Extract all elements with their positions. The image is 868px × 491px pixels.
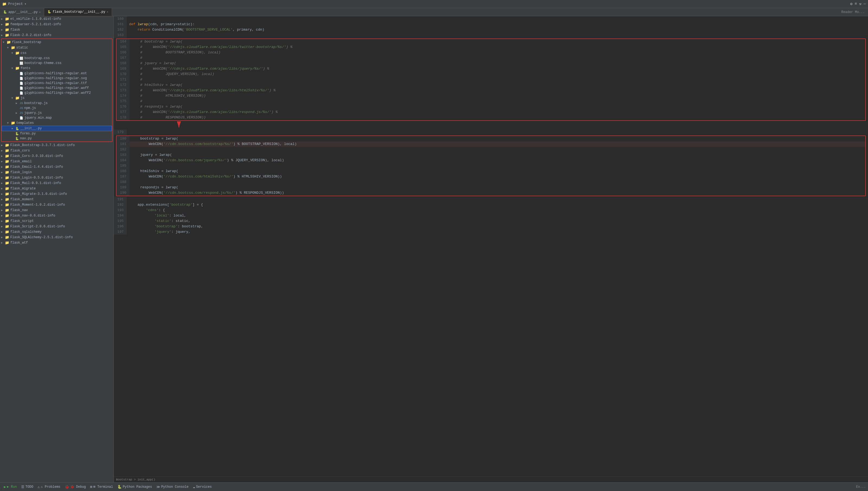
debug-button[interactable]: 🐞 🐞 Debug [63,484,88,490]
line-189: 189 respondjs = lwrap( [117,185,865,190]
line-171: 171 # [117,77,865,82]
reader-mode-label[interactable]: Reader Mo... [841,10,865,14]
run-button[interactable]: ▶ ▶ Run [2,484,19,490]
services-button[interactable]: ☁ Services [191,484,213,490]
eve-label: Ev... [856,485,866,489]
line-197: 197 'jquery': jquery, [114,229,868,235]
tree-item-nav-py[interactable]: 🐍 nav.py [2,136,112,141]
tree-item-woff[interactable]: 📄 glyphicons-halflings-regular.woff [2,86,112,90]
tree-item-flask-mail-dist[interactable]: ▶ 📁 Flask_Mail-0.9.1.dist-info [0,180,114,186]
title-bar: 📁 Project ▾ ⚙ ≡ ⚒ — [0,0,868,8]
tree-item-svg[interactable]: 📄 glyphicons-halflings-regular.svg [2,76,112,81]
bottom-bar: ▶ ▶ Run ☰ TODO ⚠ ⚠ Problems 🐞 🐞 Debug ⊞ … [0,482,868,491]
tree-item-flask-script-dist[interactable]: ▶ 📁 Flask_Script-2.0.6.dist-info [0,224,114,229]
list-icon[interactable]: ≡ [855,2,857,6]
code-176: # respondjs = lwrap( [130,104,183,110]
ln-183: 183 [117,152,130,158]
tree-item-flask-email-dist[interactable]: ▶ 📁 Flask_Email-1.4.4.dist-info [0,164,114,170]
python-console-button[interactable]: ≫ Python Console [155,484,190,490]
problems-label: ⚠ Problems [41,485,60,489]
code-167: # [130,55,142,61]
ln-169: 169 [117,66,130,71]
tree-item-npm-js[interactable]: JS npm.js [2,106,112,111]
terminal-button[interactable]: ⊞ ⊞ Terminal [89,484,115,490]
tree-item-fonts[interactable]: ▼ 📁 fonts [2,65,112,71]
code-178: # RESPONDJS_VERSION)) [130,115,206,120]
tree-item-flask-sqlalchemy-dist[interactable]: ▶ 📁 Flask_SQLAlchemy-2.5.1.dist-info [0,235,114,240]
ln-182: 182 [117,147,130,152]
gear2-icon[interactable]: ⚒ [859,2,861,6]
ln-165: 165 [117,45,130,50]
tree-item-flask-nav-dist[interactable]: ▶ 📁 Flask_nav-0.6.dist-info [0,213,114,219]
tree-item-flask-migrate-dist[interactable]: ▶ 📁 Flask_Migrate-3.1.0.dist-info [0,191,114,197]
tree-item-flask-cors[interactable]: ▶ 📁 flask_cors [0,148,114,153]
tree-item-flask-login-dist[interactable]: ▶ 📁 Flask_Login-0.5.0.dist-info [0,175,114,180]
tree-item-jquery-js[interactable]: ▶ JS jquery.js [2,111,112,115]
todo-button[interactable]: ☰ TODO [20,484,35,490]
problems-button[interactable]: ⚠ ⚠ Problems [36,484,62,490]
tree-item-bootstrap-theme-css[interactable]: ⬜ bootstrap-theme.css [2,61,112,65]
tree-item-flask-migrate[interactable]: ▶ 📁 flask_migrate [0,186,114,191]
tree-item-feedparser[interactable]: ▶ 📁 feedparser-5.2.1.dist-info [0,22,114,27]
tree-item-flask[interactable]: ▶ 📁 flask [0,27,114,32]
project-label[interactable]: Project [8,2,23,6]
tree-item-static[interactable]: ▼ 📁 static [2,45,112,50]
tab-flask-bootstrap-init[interactable]: 🐍 flask_bootstrap/__init__.py ✕ [44,8,112,16]
code-174: # HTML5SHIV_VERSION)) [130,93,206,98]
tree-item-flask-bootstrap[interactable]: ▼ 📁 flask_bootstrap [2,39,112,45]
tree-item-jquery-min-map[interactable]: 📄 jquery.min.map [2,115,112,120]
tree-item-flask-cors-dist[interactable]: ▶ 📁 Flask_Cors-3.0.10.dist-info [0,153,114,159]
line-196: 196 'bootstrap': bootstrap, [114,224,868,229]
tree-item-js[interactable]: ▼ 📁 js [2,95,112,101]
ln-190: 190 [117,190,130,196]
tree-item-css[interactable]: ▼ 📁 css [2,50,112,56]
tree-item-flask-script[interactable]: ▶ 📁 flask_script [0,219,114,224]
code-194: 'local': local, [127,213,186,219]
tree-item-forms-py[interactable]: 🐍 forms.py [2,131,112,136]
tree-item-flask-sqlalchemy[interactable]: ▶ 📁 flask_sqlalchemy [0,229,114,235]
tree-item-flask-login[interactable]: ▶ 📁 flask_login [0,170,114,175]
tree-item-bootstrap-js[interactable]: ▶ JS bootstrap.js [2,101,112,106]
tree-item-bootstrap-css[interactable]: ⬜ bootstrap.css [2,56,112,61]
terminal-label: ⊞ Terminal [93,485,113,489]
code-187: WebCDN('//cdn.bootcss.com/html5shiv/%s/'… [130,174,282,179]
tree-item-ttf[interactable]: 📄 glyphicons-halflings-regular.ttf [2,81,112,86]
code-lines: 160 161 def lwrap(cdn, primary=static): … [114,16,868,235]
code-195: 'static': static, [127,219,190,224]
python-packages-button[interactable]: 🐍 Python Packages [116,484,154,490]
tree-item-eot[interactable]: 📄 glyphicons-halflings-regular.eot [2,71,112,76]
code-192: app.extensions['bootstrap'] = { [127,202,203,208]
tree-item-templates[interactable]: ▼ 📁 templates [2,120,112,126]
editor-scroll[interactable]: 160 161 def lwrap(cdn, primary=static): … [114,16,868,476]
todo-label: TODO [26,485,33,489]
line-167: 167 # [117,55,865,61]
tree-item-flask-email[interactable]: ▶ 📁 flask_email [0,159,114,164]
tree-item-flask-dist[interactable]: ▶ 📁 Flask-2.0.2.dist-info [0,32,114,38]
line-162: 162 return ConditionalCDN('BOOTSTRAP_SER… [114,27,868,32]
code-172: # html5shiv = lwrap( [130,82,183,88]
line-172: 172 # html5shiv = lwrap( [117,82,865,88]
app-container: 📁 Project ▾ ⚙ ≡ ⚒ — 🐍 app/__init__.py ✕ … [0,0,868,491]
ln-167: 167 [117,55,130,61]
line-176: 176 # respondjs = lwrap( [117,104,865,110]
tree-item-flask-moment-dist[interactable]: ▶ 📁 Flask_Moment-1.0.2.dist-info [0,202,114,208]
tab-app-init[interactable]: 🐍 app/__init__.py ✕ [0,8,44,16]
tree-item-init-py[interactable]: ▶ 🐍 __init__.py [2,126,112,131]
settings-icon[interactable]: ⚙ [850,2,852,6]
line-195: 195 'static': static, [114,219,868,224]
tab-app-init-close[interactable]: ✕ [39,10,41,14]
tree-item-woff2[interactable]: 📄 glyphicons-halflings-regular.woff2 [2,90,112,95]
tree-item-flask-wtf[interactable]: ▶ 📁 flask_wtf [0,240,114,246]
tree-item-et-xmlfile[interactable]: ▶ 📁 et_xmlfile-1.1.0.dist-info [0,16,114,22]
problems-icon: ⚠ [38,485,40,489]
tree-item-flask-nav[interactable]: ▶ 📁 flask_nav [0,208,114,213]
services-icon: ☁ [193,485,195,489]
tree-item-flask-bootstrap-dist[interactable]: ▶ 📁 Flask_Bootstrap-3.3.7.1.dist-info [0,143,114,148]
project-dropdown-icon[interactable]: ▾ [25,2,27,6]
code-186: html5shiv = lwrap( [130,169,178,174]
tree-item-flask-moment[interactable]: ▶ 📁 flask_moment [0,197,114,202]
ln-189: 189 [117,185,130,190]
ln-177: 177 [117,110,130,115]
tab-flask-bootstrap-close[interactable]: ✕ [107,10,108,13]
minus-icon[interactable]: — [864,2,866,6]
